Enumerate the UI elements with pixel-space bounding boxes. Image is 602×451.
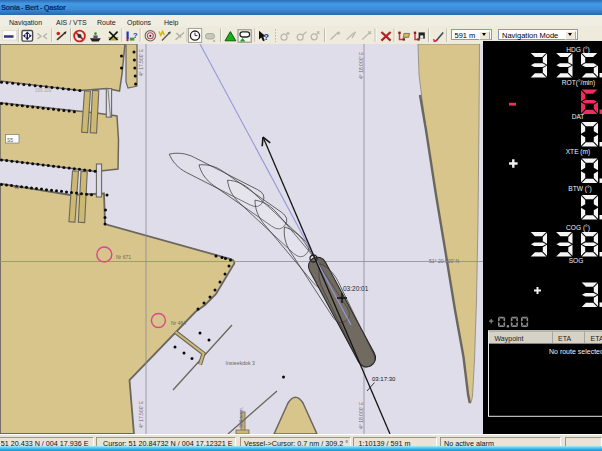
svg-text:DAT: DAT (572, 113, 585, 120)
svg-text:S5: S5 (7, 137, 13, 143)
svg-text:?: ? (133, 31, 138, 40)
svg-text:03:20:01: 03:20:01 (343, 285, 369, 292)
svg-text:Nr 464: Nr 464 (171, 320, 186, 326)
svg-text:Insteekdok 3: Insteekdok 3 (226, 360, 256, 366)
svg-text:Bulkterm.: Bulkterm. (238, 407, 244, 428)
svg-text:4° 18.000' E: 4° 18.000' E (358, 401, 364, 429)
svg-text:51° 20.500' N: 51° 20.500' N (429, 258, 460, 264)
svg-text:?: ? (264, 32, 270, 42)
svg-text:BTW (°): BTW (°) (568, 184, 592, 192)
svg-text:40: 40 (14, 184, 20, 190)
svg-text:ETA: ETA (591, 334, 602, 341)
svg-text:XTE (m): XTE (m) (566, 148, 591, 156)
svg-text:109 109: 109 109 (35, 88, 52, 93)
svg-text:03:17:30: 03:17:30 (372, 376, 396, 382)
svg-text:4° 17.500' E: 4° 17.500' E (138, 400, 144, 428)
svg-text:HDG (°): HDG (°) (566, 45, 590, 53)
svg-text:SOG: SOG (569, 257, 584, 264)
svg-text:Waypoint: Waypoint (495, 334, 524, 342)
svg-text:COG (°): COG (°) (566, 223, 590, 231)
svg-text:Nr 671: Nr 671 (116, 254, 131, 260)
svg-text:ETA: ETA (558, 334, 571, 341)
svg-text:4° 17.500' E: 4° 17.500' E (138, 48, 144, 76)
svg-text:ROT(°/min): ROT(°/min) (562, 79, 595, 87)
svg-text:4° 18.000' E: 4° 18.000' E (358, 51, 364, 79)
svg-text:No route selected: No route selected (549, 348, 602, 355)
